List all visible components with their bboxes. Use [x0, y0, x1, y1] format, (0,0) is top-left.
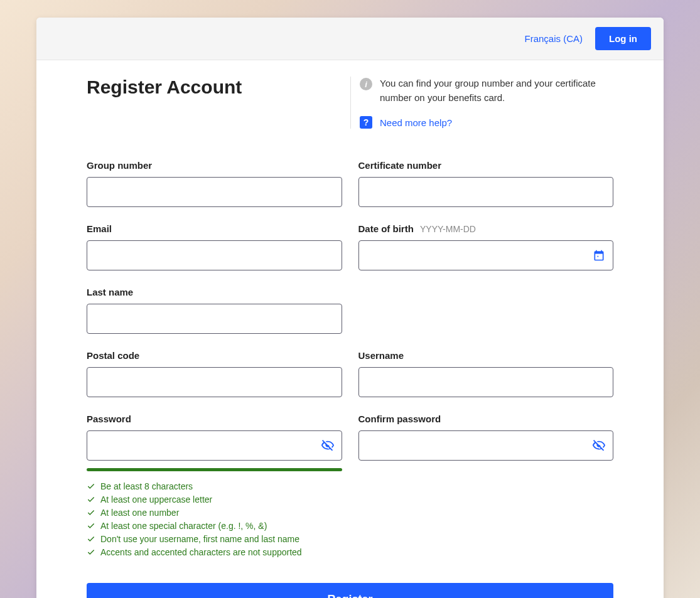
language-link[interactable]: Français (CA) — [524, 33, 583, 44]
content: Register Account i You can find your gro… — [36, 60, 664, 598]
last-name-label: Last name — [87, 287, 342, 297]
help-row: ? Need more help? — [360, 116, 613, 129]
password-rule: Don't use your username, first name and … — [87, 534, 613, 544]
password-strength-bar — [87, 468, 342, 471]
email-field: Email — [87, 223, 342, 270]
certificate-number-field: Certificate number — [358, 160, 614, 207]
visibility-off-icon[interactable] — [592, 439, 606, 452]
register-card: Français (CA) Log in Register Account i … — [36, 18, 664, 598]
certificate-number-label: Certificate number — [358, 160, 614, 171]
register-button[interactable]: Register — [87, 583, 613, 598]
dob-label: Date of birth YYYY-MM-DD — [358, 223, 614, 234]
password-rule: Accents and accented characters are not … — [87, 547, 613, 557]
form-grid: Group number Certificate number Email — [87, 160, 613, 598]
header-left: Register Account — [87, 77, 350, 129]
login-button[interactable]: Log in — [595, 27, 651, 50]
check-icon — [87, 482, 95, 491]
header-right: i You can find your group number and you… — [350, 77, 613, 129]
postal-code-input[interactable] — [87, 367, 342, 397]
check-icon — [87, 495, 95, 504]
rule-text: Be at least 8 characters — [100, 481, 193, 491]
password-rule: Be at least 8 characters — [87, 481, 613, 491]
password-label: Password — [87, 414, 342, 424]
username-input[interactable] — [358, 367, 614, 397]
rule-text: Accents and accented characters are not … — [100, 547, 302, 557]
confirm-password-input[interactable] — [358, 430, 614, 461]
info-icon: i — [360, 78, 372, 90]
postal-code-field: Postal code — [87, 350, 342, 397]
check-icon — [87, 548, 95, 557]
certificate-number-input[interactable] — [358, 177, 614, 207]
rule-text: Don't use your username, first name and … — [100, 534, 299, 544]
password-rule: At least one uppercase letter — [87, 494, 613, 505]
last-name-field: Last name — [87, 287, 342, 334]
empty-cell — [358, 287, 614, 334]
question-icon: ? — [360, 116, 372, 129]
dob-field: Date of birth YYYY-MM-DD — [358, 223, 614, 270]
password-rule: At least one number — [87, 508, 613, 518]
group-number-field: Group number — [87, 160, 342, 207]
header-row: Register Account i You can find your gro… — [87, 77, 613, 129]
confirm-password-field: Confirm password — [358, 414, 614, 471]
dob-hint: YYYY-MM-DD — [420, 224, 476, 234]
info-row: i You can find your group number and you… — [360, 77, 613, 105]
password-rule: At least one special character (e.g. !, … — [87, 521, 613, 531]
password-field: Password — [87, 414, 342, 471]
last-name-input[interactable] — [87, 304, 342, 334]
check-icon — [87, 521, 95, 530]
confirm-password-label: Confirm password — [358, 414, 614, 424]
rule-text: At least one uppercase letter — [100, 494, 212, 505]
postal-code-label: Postal code — [87, 350, 342, 361]
group-number-input[interactable] — [87, 177, 342, 207]
dob-label-text: Date of birth — [358, 223, 414, 234]
calendar-icon[interactable] — [592, 248, 606, 262]
email-input[interactable] — [87, 240, 342, 270]
topbar: Français (CA) Log in — [36, 18, 664, 60]
group-number-label: Group number — [87, 160, 342, 171]
username-field: Username — [358, 350, 614, 397]
rule-text: At least one special character (e.g. !, … — [100, 521, 267, 531]
email-label: Email — [87, 223, 342, 234]
page-title: Register Account — [87, 77, 344, 98]
rule-text: At least one number — [100, 508, 179, 518]
visibility-off-icon[interactable] — [321, 439, 335, 452]
check-icon — [87, 508, 95, 517]
password-input[interactable] — [87, 430, 342, 461]
help-link[interactable]: Need more help? — [380, 117, 452, 128]
dob-input[interactable] — [358, 240, 614, 270]
info-text: You can find your group number and your … — [380, 77, 613, 105]
check-icon — [87, 535, 95, 543]
username-label: Username — [358, 350, 614, 361]
password-rules: Be at least 8 characters At least one up… — [87, 481, 613, 560]
